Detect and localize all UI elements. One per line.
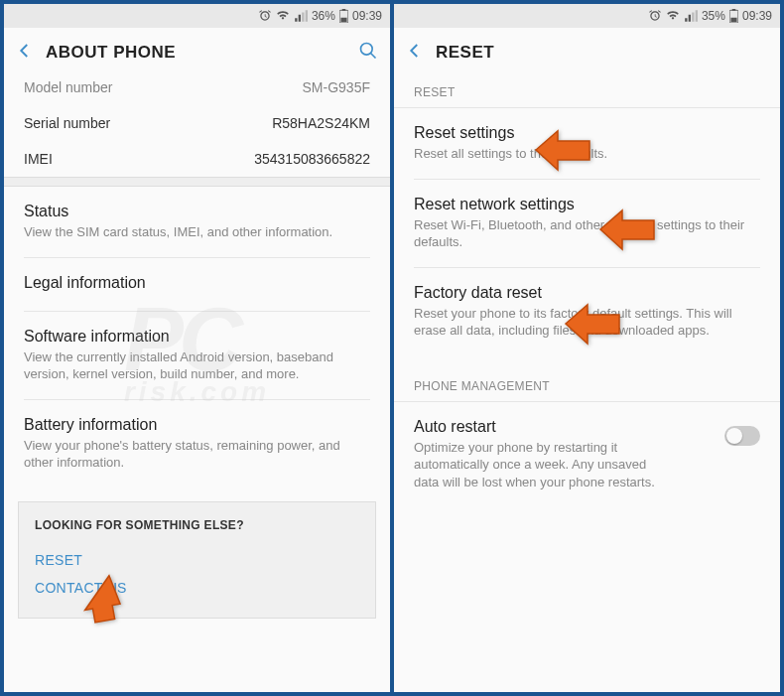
reset-settings-title: Reset settings <box>414 124 760 142</box>
battery-icon <box>729 9 738 23</box>
svg-rect-1 <box>342 9 346 11</box>
battery-percent: 36% <box>312 9 335 23</box>
reset-settings-desc: Reset all settings to their defaults. <box>414 145 760 163</box>
alarm-icon <box>648 9 662 23</box>
signal-icon <box>684 9 698 23</box>
reset-screen: 35% 09:39 RESET RESET Reset settings Res… <box>394 4 780 692</box>
phone-mgmt-section-header: PHONE MANAGEMENT <box>394 363 780 402</box>
serial-label: Serial number <box>24 115 272 131</box>
battery-icon <box>339 9 348 23</box>
software-item[interactable]: Software information View the currently … <box>4 312 390 399</box>
alarm-icon <box>258 9 272 23</box>
page-title: RESET <box>436 43 768 63</box>
legal-title: Legal information <box>24 274 370 292</box>
battery-item[interactable]: Battery information View your phone's ba… <box>4 400 390 487</box>
factory-reset-desc: Reset your phone to its factory default … <box>414 305 760 340</box>
reset-network-desc: Reset Wi-Fi, Bluetooth, and other networ… <box>414 216 760 251</box>
model-row: Model number SM-G935F <box>4 70 390 105</box>
search-icon[interactable] <box>358 41 378 66</box>
status-bar: 35% 09:39 <box>394 4 780 28</box>
divider <box>4 177 390 187</box>
back-icon[interactable] <box>406 40 436 66</box>
auto-restart-title: Auto restart <box>414 418 717 436</box>
auto-restart-desc: Optimize your phone by restarting it aut… <box>414 439 672 491</box>
status-bar: 36% 09:39 <box>4 4 390 28</box>
wifi-icon <box>276 9 290 23</box>
clock-time: 09:39 <box>352 9 382 23</box>
svg-rect-5 <box>732 9 736 11</box>
legal-item[interactable]: Legal information <box>4 258 390 311</box>
serial-value: R58HA2S24KM <box>272 115 370 131</box>
reset-network-item[interactable]: Reset network settings Reset Wi-Fi, Blue… <box>394 180 780 267</box>
battery-info-desc: View your phone's battery status, remain… <box>24 437 370 472</box>
status-item[interactable]: Status View the SIM card status, IMEI, a… <box>4 187 390 257</box>
page-title: ABOUT PHONE <box>46 43 358 63</box>
about-phone-screen: PCrisk.com 36% 09:39 ABOUT PHONE Model n… <box>4 4 390 692</box>
factory-reset-item[interactable]: Factory data reset Reset your phone to i… <box>394 268 780 355</box>
status-desc: View the SIM card status, IMEI, and othe… <box>24 223 370 241</box>
status-title: Status <box>24 203 370 220</box>
signal-icon <box>294 9 308 23</box>
clock-time: 09:39 <box>742 9 772 23</box>
back-icon[interactable] <box>16 40 46 66</box>
auto-restart-item[interactable]: Auto restart Optimize your phone by rest… <box>394 402 780 507</box>
footer-heading: LOOKING FOR SOMETHING ELSE? <box>35 518 359 532</box>
battery-info-title: Battery information <box>24 416 370 434</box>
footer-box: LOOKING FOR SOMETHING ELSE? RESET CONTAC… <box>18 501 376 619</box>
imei-row: IMEI 354315083665822 <box>4 141 390 177</box>
header-bar: RESET <box>394 28 780 77</box>
software-desc: View the currently installed Android ver… <box>24 348 370 383</box>
model-value: SM-G935F <box>303 79 370 95</box>
software-title: Software information <box>24 328 370 346</box>
svg-point-3 <box>361 43 373 55</box>
reset-network-title: Reset network settings <box>414 196 760 213</box>
reset-section-header: RESET <box>394 77 780 108</box>
svg-rect-2 <box>340 18 346 22</box>
svg-rect-6 <box>730 18 736 22</box>
imei-label: IMEI <box>24 151 254 167</box>
reset-settings-item[interactable]: Reset settings Reset all settings to the… <box>394 108 780 179</box>
auto-restart-toggle[interactable] <box>724 426 760 446</box>
factory-reset-title: Factory data reset <box>414 284 760 302</box>
model-label: Model number <box>24 79 303 95</box>
imei-value: 354315083665822 <box>254 151 370 167</box>
contact-link[interactable]: CONTACT US <box>35 574 359 602</box>
battery-percent: 35% <box>702 9 725 23</box>
wifi-icon <box>666 9 680 23</box>
serial-row: Serial number R58HA2S24KM <box>4 105 390 141</box>
reset-link[interactable]: RESET <box>35 546 359 574</box>
